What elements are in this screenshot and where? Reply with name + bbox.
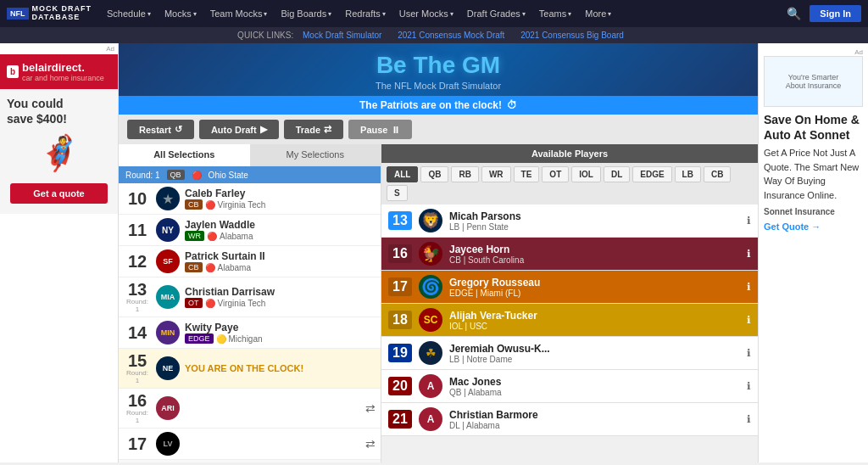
sign-in-button[interactable]: Sign In (810, 5, 861, 22)
school-name-11: Alabama (220, 232, 253, 241)
nav-big-boards[interactable]: Big Boards ▾ (275, 8, 337, 19)
filter-edge[interactable]: EDGE (632, 166, 671, 182)
filter-iol[interactable]: IOL (571, 166, 601, 182)
left-advertisement: Ad b belairdirect. car and home insuranc… (0, 43, 119, 462)
logo-area: NFL MOCK DRAFT DATABASE (7, 5, 92, 22)
pick-number-13: 13 Round: 1 (124, 281, 151, 313)
filter-rb[interactable]: RB (451, 166, 478, 182)
pick-info-11: Jaylen Waddle WR 🔴 Alabama (185, 219, 376, 241)
school-name-12: Alabama (218, 263, 251, 272)
filter-te[interactable]: TE (514, 166, 540, 182)
pos-badge-14: EDGE (185, 333, 214, 344)
user-pick-header: Round: 1 QB 🔴 Ohio State (119, 166, 381, 183)
available-player-18[interactable]: 18 SC Alijah Vera-Tucker IOL | USC ℹ (381, 304, 758, 337)
player-info-icon-owusu: ℹ (747, 347, 751, 359)
player-name-parsons: Micah Parsons (449, 210, 740, 222)
player-rank-21: 21 (388, 410, 412, 429)
player-school-logo-parsons: 🦁 (419, 209, 442, 232)
team-logo-raiders: LV (156, 432, 180, 456)
trade-label: Trade (296, 125, 320, 135)
school-flag-10: 🔴 (205, 200, 215, 210)
pick-row-14: 14 MIN Kwity Paye EDGE 🟡 Michigan (119, 317, 381, 349)
tabs-row: All Selections My Selections (119, 144, 381, 166)
player-pos-horn: CB | South Carolina (449, 255, 740, 265)
pick-pos-12: CB 🔴 Alabama (185, 262, 376, 272)
transfer-icon-17: ⇄ (365, 437, 376, 451)
school-name-13: Virginia Tech (218, 299, 266, 308)
pick-pos-13: OT 🔴 Virginia Tech (185, 298, 376, 308)
nav-redrafts[interactable]: Redrafts ▾ (340, 8, 391, 19)
search-icon[interactable]: 🔍 (782, 7, 806, 20)
tab-my-selections[interactable]: My Selections (250, 144, 381, 165)
available-player-16[interactable]: 16 🐓 Jaycee Horn CB | South Carolina ℹ (381, 238, 758, 271)
pick-info-12: Patrick Surtain II CB 🔴 Alabama (185, 250, 376, 272)
available-player-20[interactable]: 20 A Mac Jones QB | Alabama ℹ (381, 370, 758, 403)
action-bar: Restart ↺ Auto Draft ▶ Trade ⇄ Pause ⏸ (119, 115, 758, 144)
nav-mocks[interactable]: Mocks ▾ (159, 8, 202, 19)
player-info-icon-rousseau: ℹ (747, 281, 751, 293)
filter-all[interactable]: ALL (387, 166, 418, 182)
top-nav: NFL MOCK DRAFT DATABASE Schedule ▾ Mocks… (0, 0, 868, 27)
pick-number-17: 17 (124, 435, 151, 452)
pick-name-14: Kwity Paye (185, 322, 376, 333)
right-ad-body: Get A Price Not Just A Quote. The Smart … (764, 146, 863, 202)
team-logo-cardinals: ARI (156, 396, 180, 420)
right-ad-brand: Sonnet Insurance (764, 207, 863, 216)
tab-all-selections[interactable]: All Selections (119, 144, 250, 166)
player-name-tucker: Alijah Vera-Tucker (449, 310, 740, 322)
pick-info-14: Kwity Paye EDGE 🟡 Michigan (185, 322, 376, 344)
right-ad-cta-button[interactable]: Get Quote → (764, 221, 863, 232)
player-rank-19: 19 (388, 344, 412, 362)
pick-row-17: 17 LV ⇄ (119, 429, 381, 460)
nav-teams[interactable]: Teams ▾ (534, 8, 576, 19)
quick-link-mock-draft-simulator[interactable]: Mock Draft Simulator (303, 31, 381, 40)
pick-info-15: YOU ARE ON THE CLOCK! (185, 363, 376, 373)
player-name-owusu: Jeremiah Owusu-K... (449, 343, 740, 355)
filter-ot[interactable]: OT (542, 166, 569, 182)
available-player-21[interactable]: 21 A Christian Barmore DL | Alabama ℹ (381, 403, 758, 436)
available-player-13[interactable]: 13 🦁 Micah Parsons LB | Penn State ℹ (381, 204, 758, 238)
filter-wr[interactable]: WR (481, 166, 511, 182)
on-clock-text: YOU ARE ON THE CLOCK! (185, 363, 376, 373)
center-content: Be The GM The NFL Mock Draft Simulator T… (119, 43, 758, 462)
pick-info-10: Caleb Farley CB 🔴 Virginia Tech (185, 188, 376, 210)
available-player-19[interactable]: 19 ☘ Jeremiah Owusu-K... LB | Notre Dame… (381, 337, 758, 370)
quick-link-consensus-big-board[interactable]: 2021 Consensus Big Board (520, 31, 624, 40)
nav-draft-grades[interactable]: Draft Grades ▾ (462, 8, 531, 19)
restart-button[interactable]: Restart ↺ (127, 120, 194, 139)
pick-name-13: Christian Darrisaw (185, 286, 376, 298)
pick-row-11: 11 NY Jaylen Waddle WR 🔴 Alabama (119, 215, 381, 246)
auto-draft-button[interactable]: Auto Draft ▶ (199, 120, 279, 139)
nav-schedule[interactable]: Schedule ▾ (102, 8, 156, 19)
player-name-jones: Mac Jones (449, 376, 740, 388)
pos-badge-12: CB (185, 262, 203, 272)
nav-more[interactable]: More ▾ (580, 8, 616, 19)
nav-team-mocks[interactable]: Team Mocks ▾ (205, 8, 273, 19)
pos-badge-13: OT (185, 298, 203, 308)
school-icon: 🔴 (192, 171, 202, 180)
player-info-icon-horn: ℹ (747, 248, 751, 260)
available-player-17[interactable]: 17 🌀 Gregory Rousseau EDGE | Miami (FL) … (381, 271, 758, 304)
school-name-14: Michigan (229, 334, 263, 344)
pick-row-16: 16 Round: 1 ARI ⇄ (119, 389, 381, 429)
filter-cb[interactable]: CB (704, 166, 731, 182)
team-logo-dolphins: MIA (156, 285, 180, 309)
belair-cta-button[interactable]: Get a quote (10, 183, 108, 204)
filter-s[interactable]: S (387, 185, 408, 201)
filter-qb[interactable]: QB (420, 166, 448, 182)
pause-label: Pause (360, 125, 387, 135)
pos-badge-11: WR (185, 231, 204, 241)
team-logo-vikings: MIN (156, 321, 180, 345)
team-logo-cowboys: ★ (156, 187, 180, 210)
player-school-logo-barmore: A (419, 407, 442, 431)
quick-link-consensus-mock-draft[interactable]: 2021 Consensus Mock Draft (398, 31, 504, 40)
pause-button[interactable]: Pause ⏸ (348, 120, 412, 139)
filter-row: ALL QB RB WR TE OT IOL DL EDGE LB CB S (381, 163, 758, 204)
trade-button[interactable]: Trade ⇄ (284, 120, 343, 139)
player-info-tucker: Alijah Vera-Tucker IOL | USC (449, 310, 740, 331)
pick-info-13: Christian Darrisaw OT 🔴 Virginia Tech (185, 286, 376, 308)
nav-user-mocks[interactable]: User Mocks ▾ (394, 8, 459, 19)
filter-lb[interactable]: LB (675, 166, 701, 182)
auto-draft-label: Auto Draft (211, 125, 257, 135)
filter-dl[interactable]: DL (604, 166, 630, 182)
